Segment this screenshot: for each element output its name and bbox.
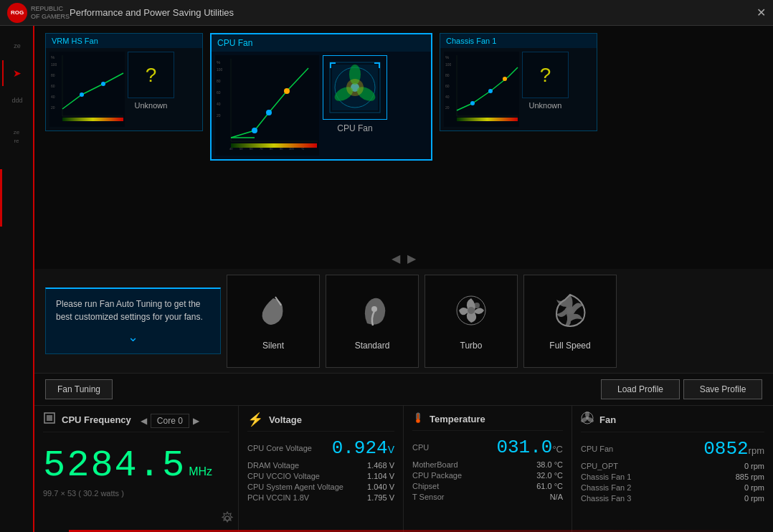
- fan-monitor-row: Chassis Fan 1885 rpm: [581, 472, 764, 481]
- chassis-fan-icon-box: ?: [522, 52, 569, 98]
- turbo-icon: [452, 291, 491, 337]
- cpu-fan-3d-icon: [323, 55, 387, 120]
- temp-row-label: CPU Package: [412, 471, 462, 480]
- standard-icon: [353, 291, 392, 337]
- temperature-panel: Temperature CPU 031.0 °C MotherBoard38.0…: [404, 406, 572, 532]
- svg-text:90: 90: [280, 147, 283, 151]
- fan-row-value: 0 rpm: [744, 462, 764, 470]
- svg-rect-41: [330, 62, 331, 68]
- svg-text:100: 100: [445, 62, 452, 67]
- settings-icon[interactable]: [220, 511, 234, 528]
- silent-icon: [254, 291, 293, 337]
- vrm-fan-icon-container: ? Unknown: [128, 52, 174, 127]
- carousel-next-button[interactable]: ▶: [407, 252, 416, 265]
- fan-monitor-icon: [581, 412, 594, 428]
- svg-point-53: [488, 89, 493, 93]
- svg-point-39: [346, 79, 364, 96]
- svg-text:%: %: [445, 55, 450, 60]
- main-content: VRM HS Fan % 100 80 60 40 20: [34, 26, 773, 532]
- temp-row: MotherBoard38.0 °C: [412, 460, 563, 469]
- svg-text:80: 80: [270, 147, 273, 151]
- tooltip-arrow-icon: ⌄: [56, 329, 210, 345]
- chassis-fan-icon-container: ? Unknown: [522, 52, 569, 127]
- cpu-temp-value: 031.0: [496, 437, 552, 458]
- cpu-fan-rpm-unit: rpm: [749, 445, 764, 456]
- save-profile-button[interactable]: Save Profile: [683, 379, 762, 399]
- svg-text:°C: °C: [301, 147, 305, 151]
- svg-text:40: 40: [217, 102, 221, 106]
- voltage-title: Voltage: [269, 414, 302, 425]
- fan-row-label: Chassis Fan 3: [581, 494, 631, 503]
- cpu-core-voltage-unit: V: [388, 444, 394, 455]
- temp-title: Temperature: [430, 414, 485, 424]
- svg-rect-55: [457, 118, 518, 121]
- voltage-row: PCH VCCIN 1.8V1.795 V: [247, 493, 394, 502]
- voltage-panel: ⚡ Voltage CPU Core Voltage 0.924 V DRAM …: [239, 406, 404, 532]
- carousel-prev-button[interactable]: ◀: [392, 252, 400, 265]
- temp-row: Chipset61.0 °C: [412, 482, 563, 490]
- cpu-fan-chart: % 100 80 60 40 20: [215, 55, 319, 156]
- monitoring-section: CPU Frequency ◀ Core 0 ▶ 5284.5 MHz 99.7…: [34, 406, 773, 532]
- standard-label: Standard: [355, 341, 390, 351]
- title-bar: ROG REPUBLICOF GAMERS Performance and Po…: [0, 0, 773, 26]
- fan-card-vrm[interactable]: VRM HS Fan % 100 80 60 40 20: [45, 33, 203, 131]
- core-next-button[interactable]: ▶: [193, 416, 199, 426]
- sidebar-item-2[interactable]: ddd: [2, 87, 31, 113]
- svg-point-67: [417, 419, 419, 422]
- sidebar-item-0[interactable]: ze: [2, 33, 31, 59]
- svg-text:%: %: [51, 55, 55, 60]
- cpu-fan-monitor-label: CPU Fan: [581, 445, 613, 453]
- close-button[interactable]: ✕: [757, 6, 766, 19]
- svg-text:100: 100: [51, 62, 57, 67]
- svg-point-21: [284, 88, 290, 94]
- fan-mode-fullspeed[interactable]: Full Speed: [523, 275, 617, 368]
- cpu-freq-title: CPU Frequency: [62, 414, 131, 425]
- voltage-row-label: DRAM Voltage: [247, 461, 299, 470]
- vrm-chart: % 100 80 60 40 20: [49, 52, 125, 127]
- fan-mode-silent[interactable]: Silent: [227, 275, 320, 368]
- app-title: Performance and Power Saving Utilities: [70, 7, 234, 18]
- svg-point-56: [371, 306, 377, 312]
- fan-monitor-panel: Fan CPU Fan 0852 rpm CPU_OPT0 rpmChassis…: [572, 406, 773, 532]
- temp-row-label: T Sensor: [412, 493, 444, 501]
- tooltip-text: Please run Fan Auto Tuning to get the be…: [56, 298, 210, 323]
- temp-row: T SensorN/A: [412, 493, 563, 501]
- turbo-label: Turbo: [460, 341, 483, 351]
- temp-icon: [412, 412, 424, 427]
- svg-point-9: [101, 82, 105, 86]
- svg-point-8: [80, 92, 84, 97]
- voltage-row: CPU System Agent Voltage1.040 V: [247, 483, 394, 491]
- cpu-temp-label: CPU: [412, 443, 429, 452]
- fan-card-chassis1[interactable]: Chassis Fan 1 % 100 80 60 40 20: [440, 33, 597, 131]
- core-prev-button[interactable]: ◀: [141, 416, 147, 426]
- cpu-temp-unit: °C: [552, 444, 563, 455]
- cpu-fan-rpm-value: 0852: [703, 438, 748, 460]
- vrm-fan-question-icon: ?: [146, 64, 157, 87]
- fan-card-cpu[interactable]: CPU Fan % 100 80 60 40 20: [210, 33, 432, 161]
- left-sidebar: ze ➤ ddd ze re: [0, 26, 34, 532]
- fullspeed-icon: [551, 291, 590, 337]
- rog-circle-icon: ROG: [7, 3, 27, 23]
- core-label: Core 0: [151, 414, 189, 428]
- svg-point-59: [474, 303, 480, 308]
- cpu-freq-value: 5284.5: [43, 445, 186, 486]
- svg-rect-10: [62, 118, 123, 121]
- temp-row-label: Chipset: [412, 482, 439, 490]
- vrm-fan-title: VRM HS Fan: [46, 34, 202, 48]
- cpu-fan-title: CPU Fan: [212, 34, 431, 52]
- sidebar-item-active[interactable]: ➤: [2, 60, 31, 86]
- svg-text:80: 80: [217, 79, 221, 83]
- fan-mode-standard[interactable]: Standard: [326, 275, 419, 368]
- fan-mode-turbo[interactable]: Turbo: [425, 275, 518, 368]
- svg-text:%: %: [217, 60, 221, 65]
- cpu-fan-label: CPU Fan: [337, 123, 372, 133]
- cpu-freq-details: 99.7 × 53 ( 30.2 watts ): [43, 489, 229, 498]
- voltage-icon: ⚡: [247, 412, 263, 427]
- svg-text:70: 70: [260, 147, 263, 151]
- svg-text:60: 60: [217, 90, 221, 95]
- voltage-rows: DRAM Voltage1.468 VCPU VCCIO Voltage1.10…: [247, 461, 394, 502]
- fan-monitor-row: Chassis Fan 20 rpm: [581, 483, 764, 492]
- core-selector: ◀ Core 0 ▶: [141, 414, 199, 428]
- fan-tuning-button[interactable]: Fan Tuning: [45, 379, 113, 399]
- load-profile-button[interactable]: Load Profile: [601, 379, 680, 399]
